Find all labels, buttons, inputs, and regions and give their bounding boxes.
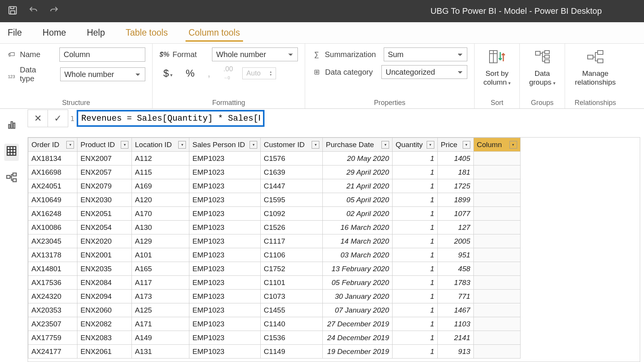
group-formatting: $% Format Whole number $▾ % , .00→0 Auto… — [153, 44, 305, 108]
group-groups: Data groups▾ Groups — [520, 44, 565, 108]
filter-productid[interactable]: ▾ — [121, 141, 128, 149]
comma-button[interactable]: , — [204, 67, 214, 79]
formula-bar: ✕ ✓ 1 — [0, 109, 644, 128]
data-view-icon[interactable] — [4, 144, 19, 161]
ribbon-tabs: File Home Help Table tools Column tools — [0, 22, 644, 44]
formula-cancel-button[interactable]: ✕ — [28, 110, 48, 127]
auto-decimals[interactable]: Auto▴▾ — [242, 67, 276, 79]
table-row[interactable]: AX24051ENX2079A169EMP1023C144721 April 2… — [28, 179, 521, 193]
svg-rect-20 — [7, 175, 10, 179]
report-view-icon[interactable] — [6, 119, 17, 133]
table-row[interactable]: AX10649ENX2030A120EMP1023C159505 April 2… — [28, 193, 521, 207]
svg-rect-6 — [545, 51, 549, 54]
table-row[interactable]: AX10086ENX2054A130EMP1023C152616 March 2… — [28, 221, 521, 234]
table-row[interactable]: AX13178ENX2001A101EMP1023C110603 March 2… — [28, 248, 521, 262]
percent-button[interactable]: % — [182, 67, 198, 79]
col-header-customerid[interactable]: Customer ID — [264, 141, 305, 149]
group-relationships: Manage relationships Relationships — [565, 44, 626, 108]
ribbon-body: 🏷 Name 123 Data type Whole number Struct… — [0, 44, 644, 109]
table-row[interactable]: AX20353ENX2060A125EMP1023C145507 January… — [28, 303, 521, 317]
table-row[interactable]: AX24320ENX2094A173EMP1023C107330 January… — [28, 290, 521, 303]
relationships-icon — [586, 49, 605, 68]
tab-tabletools[interactable]: Table tools — [123, 24, 171, 42]
svg-rect-15 — [7, 147, 16, 156]
format-icon: $% — [159, 51, 169, 59]
svg-rect-5 — [536, 51, 540, 55]
group-sort: Sort by column▾ Sort — [475, 44, 520, 108]
filter-purchasedate[interactable]: ▾ — [381, 141, 389, 149]
svg-rect-13 — [11, 122, 13, 129]
format-label: Format — [172, 50, 197, 59]
svg-rect-21 — [13, 173, 16, 176]
sort-icon — [489, 49, 506, 68]
col-header-salesperson[interactable]: Sales Person ID — [192, 141, 245, 149]
datatype-label: Data type — [20, 66, 53, 83]
formula-input[interactable] — [77, 110, 264, 127]
save-icon[interactable] — [8, 5, 18, 17]
redo-icon[interactable] — [49, 5, 59, 17]
svg-rect-14 — [13, 123, 15, 128]
decimal-button[interactable]: .00→0 — [220, 65, 237, 81]
table-row[interactable]: AX17536ENX2084A117EMP1023C110105 Februar… — [28, 276, 521, 290]
filter-column[interactable]: ▾ — [509, 141, 517, 149]
table-row[interactable]: AX16248ENX2051A170EMP1023C109202 April 2… — [28, 207, 521, 221]
data-groups-button[interactable]: Data groups▾ — [527, 48, 558, 88]
svg-rect-7 — [545, 55, 549, 58]
datacategory-select[interactable]: Uncategorized — [381, 65, 467, 79]
summarization-label: Summarization — [325, 50, 376, 59]
svg-rect-10 — [598, 51, 603, 54]
filter-salesperson[interactable]: ▾ — [250, 141, 257, 149]
sort-by-column-button[interactable]: Sort by column▾ — [481, 48, 513, 88]
datacategory-icon: ⊞ — [312, 68, 321, 76]
svg-rect-9 — [588, 55, 593, 59]
currency-button[interactable]: $▾ — [159, 67, 176, 79]
filter-quantity[interactable]: ▾ — [427, 141, 434, 149]
group-structure: 🏷 Name 123 Data type Whole number Struct… — [0, 44, 153, 108]
tab-home[interactable]: Home — [39, 24, 69, 42]
col-header-quantity[interactable]: Quantity — [396, 141, 423, 149]
table-row[interactable]: AX23045ENX2020A129EMP1023C111714 March 2… — [28, 234, 521, 248]
col-header-column[interactable]: Column — [477, 141, 502, 149]
table-row[interactable]: AX17759ENX2083A149EMP1023C153624 Decembe… — [28, 331, 521, 345]
groups-group-label: Groups — [527, 99, 558, 107]
table-row[interactable]: AX16698ENX2057A115EMP1023C163929 April 2… — [28, 165, 521, 179]
table-row[interactable]: AX18134ENX2007A112EMP1023C157620 May 202… — [28, 152, 521, 165]
col-header-purchasedate[interactable]: Purchase Date — [326, 141, 374, 149]
filter-locationid[interactable]: ▾ — [178, 141, 186, 149]
titlebar: UBG To Power BI - Model - Power BI Deskt… — [0, 0, 644, 22]
col-header-price[interactable]: Price — [441, 141, 457, 149]
name-input[interactable] — [59, 48, 145, 62]
undo-icon[interactable] — [28, 5, 38, 17]
tab-file[interactable]: File — [5, 24, 25, 42]
svg-rect-1 — [11, 11, 15, 14]
col-header-orderid[interactable]: Order ID — [31, 141, 59, 149]
svg-rect-12 — [9, 124, 10, 128]
properties-group-label: Properties — [312, 99, 467, 107]
table-row[interactable]: AX14801ENX2035A165EMP1023C175213 Februar… — [28, 262, 521, 276]
filter-customerid[interactable]: ▾ — [312, 141, 319, 149]
col-header-locationid[interactable]: Location ID — [135, 141, 172, 149]
formula-commit-button[interactable]: ✓ — [48, 110, 68, 127]
datatype-icon: 123 — [7, 70, 16, 79]
svg-rect-11 — [598, 59, 603, 63]
summarization-icon: ∑ — [312, 51, 321, 59]
format-select[interactable]: Whole number — [212, 48, 298, 61]
view-rail — [0, 110, 23, 186]
structure-group-label: Structure — [7, 99, 145, 107]
table-row[interactable]: AX23507ENX2082A171EMP1023C114027 Decembe… — [28, 317, 521, 331]
groups-icon — [534, 49, 551, 68]
tab-columntools[interactable]: Column tools — [186, 24, 243, 42]
summarization-select[interactable]: Sum — [384, 48, 467, 61]
svg-rect-22 — [13, 179, 16, 182]
formula-line-number: 1 — [68, 115, 77, 123]
filter-orderid[interactable]: ▾ — [66, 141, 74, 149]
filter-price[interactable]: ▾ — [463, 141, 470, 149]
group-properties: ∑ Summarization Sum ⊞ Data category Unca… — [305, 44, 475, 108]
col-header-productid[interactable]: Product ID — [80, 141, 115, 149]
datatype-select[interactable]: Whole number — [60, 67, 145, 81]
manage-relationships-button[interactable]: Manage relationships — [572, 48, 619, 88]
model-view-icon[interactable] — [6, 172, 17, 186]
table-row[interactable]: AX24177ENX2061A131EMP1023C114919 Decembe… — [28, 345, 521, 359]
tab-help[interactable]: Help — [84, 24, 108, 42]
sort-group-label: Sort — [481, 99, 513, 107]
